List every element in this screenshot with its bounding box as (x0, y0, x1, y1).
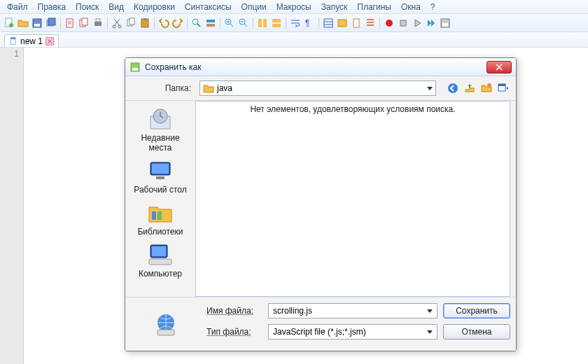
line-gutter: 1 (0, 48, 24, 364)
svg-rect-54 (158, 330, 174, 335)
folder-combo[interactable]: java (200, 80, 436, 96)
folder-icon (203, 83, 214, 93)
svg-point-40 (487, 83, 491, 88)
redo-icon[interactable] (172, 17, 184, 29)
svg-point-30 (386, 20, 393, 27)
close-icon[interactable] (64, 17, 76, 29)
save-button[interactable]: Сохранить (443, 303, 510, 318)
svg-rect-16 (144, 18, 146, 20)
zoom-in-icon[interactable] (223, 17, 236, 29)
copy-icon[interactable] (125, 17, 137, 29)
chevron-down-icon (427, 309, 433, 313)
svg-rect-22 (258, 19, 262, 27)
close-all-icon[interactable] (78, 17, 90, 29)
filetype-combo[interactable]: JavaScript file (*.js;*.jsm) (268, 324, 438, 340)
folder-row: Папка: java (125, 76, 516, 100)
record-macro-icon[interactable] (383, 17, 396, 29)
tab-close-icon[interactable] (46, 37, 54, 46)
menu-encoding[interactable]: Кодировки (130, 1, 179, 13)
svg-rect-31 (400, 20, 406, 26)
chevron-down-icon (427, 330, 433, 334)
tab-new1[interactable]: new 1 (4, 34, 59, 47)
svg-rect-38 (132, 68, 138, 71)
menu-file[interactable]: Файл (3, 1, 32, 13)
nav-viewmenu-button[interactable] (496, 81, 510, 95)
svg-rect-14 (130, 18, 134, 24)
indent-guide-icon[interactable] (322, 17, 335, 29)
places-libraries[interactable]: Библиотеки (129, 200, 192, 237)
menu-macros[interactable]: Макросы (272, 1, 316, 13)
menu-edit[interactable]: Правка (34, 1, 71, 13)
desktop-icon (146, 158, 174, 183)
svg-rect-33 (442, 23, 448, 27)
places-desktop[interactable]: Рабочий стол (129, 158, 192, 195)
menu-options[interactable]: Опции (237, 1, 271, 13)
places-desktop-label: Рабочий стол (134, 185, 186, 195)
doc-map-icon[interactable] (350, 17, 363, 29)
sync-h-icon[interactable] (270, 17, 283, 29)
svg-text:¶: ¶ (305, 18, 309, 28)
save-macro-icon[interactable] (439, 17, 451, 29)
menu-search[interactable]: Поиск (71, 1, 103, 13)
menu-syntax[interactable]: Синтаксисы (181, 1, 236, 13)
svg-point-39 (448, 83, 458, 93)
open-file-icon[interactable] (17, 17, 29, 29)
svg-point-17 (192, 19, 198, 24)
svg-rect-42 (498, 84, 505, 86)
places-computer-label: Компьютер (139, 269, 182, 279)
svg-rect-10 (96, 19, 100, 22)
network-icon (152, 310, 180, 338)
nav-newfolder-button[interactable] (479, 81, 493, 95)
svg-rect-52 (149, 259, 172, 265)
nav-up-button[interactable] (463, 81, 477, 95)
func-list-icon[interactable] (364, 17, 377, 29)
sync-v-icon[interactable] (256, 17, 269, 29)
save-as-dialog: Сохранить как Папка: java Недавние места (125, 57, 517, 351)
file-icon (9, 37, 18, 46)
folder-value: java (217, 83, 232, 93)
new-file-icon[interactable] (3, 17, 15, 29)
svg-rect-8 (82, 18, 88, 25)
zoom-out-icon[interactable] (237, 17, 250, 29)
print-icon[interactable] (92, 17, 104, 29)
svg-rect-47 (156, 176, 164, 179)
save-icon[interactable] (31, 17, 43, 29)
dialog-body: Недавние места Рабочий стол Библиотеки К… (125, 100, 516, 297)
cut-icon[interactable] (111, 17, 123, 29)
paste-icon[interactable] (139, 17, 151, 29)
nav-back-button[interactable] (446, 81, 460, 95)
svg-rect-24 (272, 19, 281, 22)
menu-windows[interactable]: Окна (397, 1, 425, 13)
svg-rect-5 (48, 18, 55, 25)
svg-rect-29 (354, 19, 359, 27)
all-chars-icon[interactable]: ¶ (303, 17, 316, 29)
find-icon[interactable] (190, 17, 203, 29)
filename-value: scrolling.js (273, 306, 312, 316)
save-all-icon[interactable] (45, 17, 57, 29)
svg-rect-28 (338, 20, 346, 27)
places-recent-label: Недавние места (129, 133, 192, 153)
play-macro-icon[interactable] (411, 17, 424, 29)
cancel-button[interactable]: Отмена (443, 324, 510, 340)
toolbar: ¶ (0, 14, 588, 32)
folder-label: Папка: (125, 83, 195, 93)
dialog-close-button[interactable] (486, 61, 512, 74)
svg-rect-35 (10, 37, 15, 38)
wordwrap-icon[interactable] (289, 17, 302, 29)
play-multi-icon[interactable] (425, 17, 438, 29)
undo-icon[interactable] (158, 17, 170, 29)
file-list[interactable]: Нет элементов, удовлетворяющих условиям … (195, 101, 510, 297)
folder-as-workspace-icon[interactable] (336, 17, 349, 29)
menu-view[interactable]: Вид (104, 1, 128, 13)
close-icon (495, 64, 503, 71)
stop-macro-icon[interactable] (397, 17, 410, 29)
places-recent[interactable]: Недавние места (129, 106, 192, 153)
chevron-down-icon (427, 87, 433, 90)
menu-run[interactable]: Запуск (317, 1, 352, 13)
empty-message: Нет элементов, удовлетворяющих условиям … (250, 104, 455, 114)
places-computer[interactable]: Компьютер (129, 242, 192, 279)
filename-input[interactable]: scrolling.js (268, 303, 438, 318)
menu-plugins[interactable]: Плагины (353, 1, 396, 13)
replace-icon[interactable] (204, 17, 217, 29)
menu-help[interactable]: ? (426, 1, 440, 13)
